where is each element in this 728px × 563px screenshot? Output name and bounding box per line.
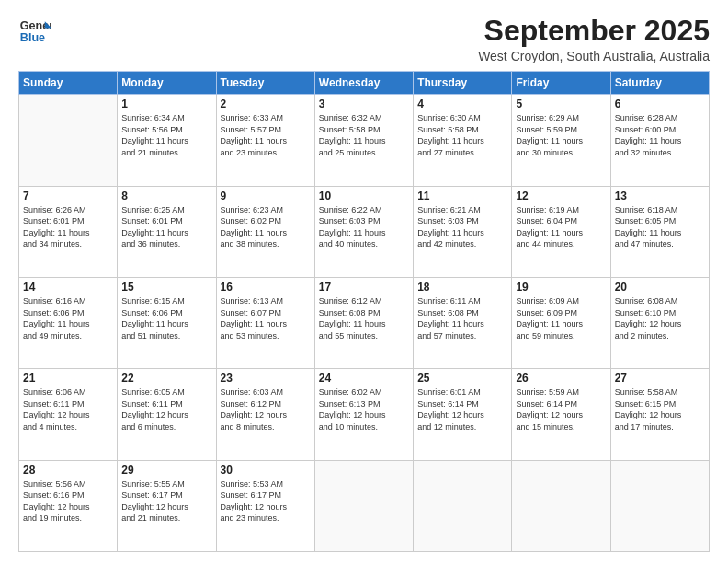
day-info: Sunrise: 6:08 AM Sunset: 6:10 PM Dayligh… — [615, 295, 705, 341]
calendar-table: Sunday Monday Tuesday Wednesday Thursday… — [18, 71, 710, 552]
table-row: 9Sunrise: 6:23 AM Sunset: 6:02 PM Daylig… — [216, 186, 314, 277]
table-row: 26Sunrise: 5:59 AM Sunset: 6:14 PM Dayli… — [512, 369, 610, 460]
calendar-week-row: 21Sunrise: 6:06 AM Sunset: 6:11 PM Dayli… — [19, 369, 710, 460]
day-info: Sunrise: 6:06 AM Sunset: 6:11 PM Dayligh… — [23, 386, 113, 432]
day-info: Sunrise: 5:55 AM Sunset: 6:17 PM Dayligh… — [121, 478, 211, 524]
day-info: Sunrise: 5:59 AM Sunset: 6:14 PM Dayligh… — [516, 386, 606, 432]
day-number: 28 — [23, 464, 113, 477]
table-row: 28Sunrise: 5:56 AM Sunset: 6:16 PM Dayli… — [19, 460, 118, 551]
col-sunday: Sunday — [19, 72, 118, 95]
day-info: Sunrise: 6:25 AM Sunset: 6:01 PM Dayligh… — [121, 204, 211, 250]
day-number: 27 — [615, 372, 705, 385]
table-row: 2Sunrise: 6:33 AM Sunset: 5:57 PM Daylig… — [216, 95, 314, 186]
table-row: 5Sunrise: 6:29 AM Sunset: 5:59 PM Daylig… — [512, 95, 610, 186]
day-number: 18 — [417, 281, 507, 293]
page: General Blue September 2025 West Croydon… — [0, 0, 728, 563]
day-info: Sunrise: 5:53 AM Sunset: 6:17 PM Dayligh… — [221, 478, 311, 524]
col-wednesday: Wednesday — [314, 72, 413, 95]
day-number: 30 — [221, 464, 311, 477]
day-number: 4 — [417, 98, 507, 110]
table-row — [314, 460, 413, 551]
logo-icon: General Blue — [18, 15, 51, 48]
day-info: Sunrise: 6:13 AM Sunset: 6:07 PM Dayligh… — [221, 295, 311, 341]
day-number: 29 — [121, 464, 211, 477]
table-row: 13Sunrise: 6:18 AM Sunset: 6:05 PM Dayli… — [610, 186, 709, 277]
table-row: 18Sunrise: 6:11 AM Sunset: 6:08 PM Dayli… — [414, 277, 512, 368]
day-info: Sunrise: 6:11 AM Sunset: 6:08 PM Dayligh… — [417, 295, 507, 341]
day-number: 10 — [319, 190, 409, 202]
table-row: 16Sunrise: 6:13 AM Sunset: 6:07 PM Dayli… — [216, 277, 314, 368]
day-info: Sunrise: 6:21 AM Sunset: 6:03 PM Dayligh… — [417, 204, 507, 250]
day-info: Sunrise: 6:34 AM Sunset: 5:56 PM Dayligh… — [121, 112, 211, 158]
day-info: Sunrise: 6:18 AM Sunset: 6:05 PM Dayligh… — [615, 204, 705, 250]
day-info: Sunrise: 6:05 AM Sunset: 6:11 PM Dayligh… — [121, 386, 211, 432]
calendar-header-row: Sunday Monday Tuesday Wednesday Thursday… — [19, 72, 710, 95]
day-info: Sunrise: 6:16 AM Sunset: 6:06 PM Dayligh… — [23, 295, 113, 341]
day-number: 20 — [615, 281, 705, 293]
table-row: 8Sunrise: 6:25 AM Sunset: 6:01 PM Daylig… — [118, 186, 216, 277]
table-row: 25Sunrise: 6:01 AM Sunset: 6:14 PM Dayli… — [414, 369, 512, 460]
day-number: 12 — [516, 190, 606, 202]
table-row: 30Sunrise: 5:53 AM Sunset: 6:17 PM Dayli… — [216, 460, 314, 551]
day-number: 23 — [221, 372, 311, 385]
day-number: 16 — [221, 281, 311, 293]
table-row: 10Sunrise: 6:22 AM Sunset: 6:03 PM Dayli… — [314, 186, 413, 277]
day-info: Sunrise: 6:26 AM Sunset: 6:01 PM Dayligh… — [23, 204, 113, 250]
day-info: Sunrise: 6:03 AM Sunset: 6:12 PM Dayligh… — [221, 386, 311, 432]
day-info: Sunrise: 6:30 AM Sunset: 5:58 PM Dayligh… — [417, 112, 507, 158]
day-number: 11 — [417, 190, 507, 202]
table-row: 14Sunrise: 6:16 AM Sunset: 6:06 PM Dayli… — [19, 277, 118, 368]
table-row — [414, 460, 512, 551]
day-number: 22 — [121, 372, 211, 385]
table-row: 1Sunrise: 6:34 AM Sunset: 5:56 PM Daylig… — [118, 95, 216, 186]
location-subtitle: West Croydon, South Australia, Australia — [478, 49, 710, 63]
table-row: 4Sunrise: 6:30 AM Sunset: 5:58 PM Daylig… — [414, 95, 512, 186]
day-info: Sunrise: 6:19 AM Sunset: 6:04 PM Dayligh… — [516, 204, 606, 250]
table-row: 3Sunrise: 6:32 AM Sunset: 5:58 PM Daylig… — [314, 95, 413, 186]
day-info: Sunrise: 6:02 AM Sunset: 6:13 PM Dayligh… — [319, 386, 409, 432]
calendar-week-row: 14Sunrise: 6:16 AM Sunset: 6:06 PM Dayli… — [19, 277, 710, 368]
day-info: Sunrise: 6:01 AM Sunset: 6:14 PM Dayligh… — [417, 386, 507, 432]
table-row: 21Sunrise: 6:06 AM Sunset: 6:11 PM Dayli… — [19, 369, 118, 460]
table-row: 27Sunrise: 5:58 AM Sunset: 6:15 PM Dayli… — [610, 369, 709, 460]
day-info: Sunrise: 5:56 AM Sunset: 6:16 PM Dayligh… — [23, 478, 113, 524]
table-row: 20Sunrise: 6:08 AM Sunset: 6:10 PM Dayli… — [610, 277, 709, 368]
col-thursday: Thursday — [414, 72, 512, 95]
day-number: 21 — [23, 372, 113, 385]
day-number: 15 — [121, 281, 211, 293]
day-number: 6 — [615, 98, 705, 110]
day-info: Sunrise: 6:22 AM Sunset: 6:03 PM Dayligh… — [319, 204, 409, 250]
calendar-week-row: 1Sunrise: 6:34 AM Sunset: 5:56 PM Daylig… — [19, 95, 710, 186]
table-row — [19, 95, 118, 186]
logo: General Blue — [18, 15, 55, 48]
day-info: Sunrise: 6:15 AM Sunset: 6:06 PM Dayligh… — [121, 295, 211, 341]
day-info: Sunrise: 6:33 AM Sunset: 5:57 PM Dayligh… — [221, 112, 311, 158]
col-friday: Friday — [512, 72, 610, 95]
day-number: 19 — [516, 281, 606, 293]
day-number: 5 — [516, 98, 606, 110]
table-row: 17Sunrise: 6:12 AM Sunset: 6:08 PM Dayli… — [314, 277, 413, 368]
title-section: September 2025 West Croydon, South Austr… — [478, 15, 710, 63]
calendar-week-row: 7Sunrise: 6:26 AM Sunset: 6:01 PM Daylig… — [19, 186, 710, 277]
day-number: 24 — [319, 372, 409, 385]
col-tuesday: Tuesday — [216, 72, 314, 95]
table-row — [610, 460, 709, 551]
day-number: 3 — [319, 98, 409, 110]
table-row: 7Sunrise: 6:26 AM Sunset: 6:01 PM Daylig… — [19, 186, 118, 277]
day-info: Sunrise: 6:23 AM Sunset: 6:02 PM Dayligh… — [221, 204, 311, 250]
calendar-week-row: 28Sunrise: 5:56 AM Sunset: 6:16 PM Dayli… — [19, 460, 710, 551]
table-row: 6Sunrise: 6:28 AM Sunset: 6:00 PM Daylig… — [610, 95, 709, 186]
day-info: Sunrise: 5:58 AM Sunset: 6:15 PM Dayligh… — [615, 386, 705, 432]
day-number: 7 — [23, 190, 113, 202]
month-title: September 2025 — [478, 15, 710, 47]
day-number: 14 — [23, 281, 113, 293]
day-number: 2 — [221, 98, 311, 110]
day-number: 17 — [319, 281, 409, 293]
day-info: Sunrise: 6:32 AM Sunset: 5:58 PM Dayligh… — [319, 112, 409, 158]
table-row: 19Sunrise: 6:09 AM Sunset: 6:09 PM Dayli… — [512, 277, 610, 368]
day-number: 25 — [417, 372, 507, 385]
day-number: 26 — [516, 372, 606, 385]
col-monday: Monday — [118, 72, 216, 95]
day-info: Sunrise: 6:28 AM Sunset: 6:00 PM Dayligh… — [615, 112, 705, 158]
table-row: 11Sunrise: 6:21 AM Sunset: 6:03 PM Dayli… — [414, 186, 512, 277]
